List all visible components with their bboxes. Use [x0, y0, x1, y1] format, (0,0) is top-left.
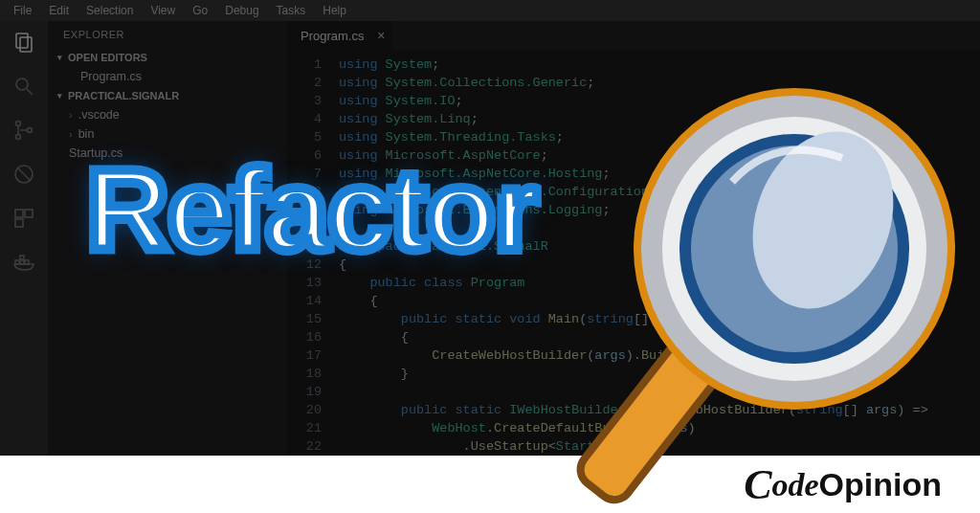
- svg-rect-1: [20, 37, 32, 52]
- refactor-headline: Refactor: [86, 144, 537, 276]
- tab-program-cs[interactable]: Program.cs ×: [287, 21, 392, 50]
- magnifier-icon: [536, 67, 957, 507]
- svg-line-8: [17, 167, 31, 181]
- svg-rect-11: [15, 219, 23, 227]
- menu-edit[interactable]: Edit: [41, 2, 77, 19]
- svg-point-6: [28, 128, 33, 133]
- close-icon[interactable]: ×: [377, 28, 385, 43]
- explorer-icon[interactable]: [11, 29, 37, 56]
- svg-rect-0: [16, 33, 28, 48]
- project-header[interactable]: PRACTICAL.SIGNALR: [48, 86, 287, 105]
- menu-tasks[interactable]: Tasks: [269, 2, 314, 19]
- menu-selection[interactable]: Selection: [78, 2, 141, 19]
- extensions-icon[interactable]: [11, 205, 37, 232]
- debug-icon[interactable]: [11, 161, 37, 188]
- tab-bar: Program.cs ×: [287, 21, 980, 50]
- source-control-icon[interactable]: [11, 117, 37, 144]
- open-editor-item[interactable]: Program.cs: [48, 67, 287, 86]
- open-editors-header[interactable]: OPEN EDITORS: [48, 48, 287, 67]
- menu-help[interactable]: Help: [315, 2, 354, 19]
- tab-label: Program.cs: [301, 29, 364, 43]
- menu-file[interactable]: File: [6, 2, 39, 19]
- menu-debug[interactable]: Debug: [217, 2, 266, 19]
- svg-rect-15: [20, 256, 24, 259]
- activity-bar: [0, 21, 48, 456]
- menu-go[interactable]: Go: [185, 2, 215, 19]
- svg-point-2: [16, 78, 28, 90]
- menu-view[interactable]: View: [143, 2, 183, 19]
- svg-point-5: [16, 135, 21, 140]
- folder-item[interactable]: bin: [48, 124, 287, 144]
- folder-item[interactable]: .vscode: [48, 105, 287, 124]
- search-icon[interactable]: [11, 73, 37, 100]
- svg-line-3: [27, 89, 33, 95]
- menubar[interactable]: FileEditSelectionViewGoDebugTasksHelp: [0, 0, 980, 21]
- svg-rect-9: [15, 210, 23, 217]
- docker-icon[interactable]: [11, 249, 37, 276]
- sidebar-title: EXPLORER: [48, 21, 287, 48]
- svg-point-4: [16, 122, 21, 126]
- svg-rect-10: [25, 210, 33, 217]
